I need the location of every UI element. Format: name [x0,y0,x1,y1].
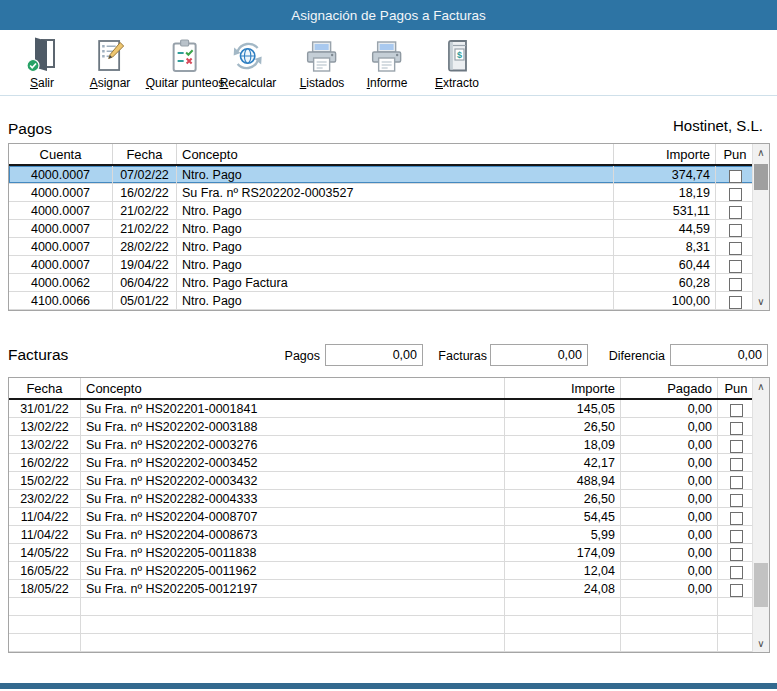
punteo-checkbox[interactable] [729,296,742,309]
punteo-checkbox[interactable] [730,440,743,453]
punteo-checkbox[interactable] [730,566,743,579]
toolbar-button-recalcular[interactable]: Recalcular [220,35,277,90]
pagos-row-importe: 60,44 [614,256,716,273]
facturas-row[interactable]: 14/05/22Su Fra. nº HS202205-0011838174,0… [9,544,754,562]
facturas-row-concepto [81,616,505,633]
pagos-row-pun-cell [716,220,754,237]
pagos-row-pun-cell [716,238,754,255]
pagos-row[interactable]: 4000.000728/02/22Ntro. Pago8,31 [9,238,754,256]
pagos-row[interactable]: 4100.006605/01/22Ntro. Pago100,00 [9,292,754,310]
punteo-checkbox[interactable] [730,494,743,507]
scrollbar-thumb[interactable] [754,164,768,190]
facturas-row-importe: 174,09 [505,544,621,561]
pagos-total-input[interactable] [325,344,423,366]
facturas-row-concepto: Su Fra. nº HS202282-0004333 [81,490,505,507]
pagos-scrollbar[interactable]: ∧ ∨ [752,144,769,310]
facturas-row-concepto [81,634,505,651]
facturas-row-fecha: 23/02/22 [9,490,81,507]
diferencia-input[interactable] [670,344,768,366]
facturas-row-fecha: 11/04/22 [9,508,81,525]
punteo-checkbox[interactable] [729,224,742,237]
punteo-checkbox[interactable] [730,404,743,417]
column-header-fecha: Fecha [9,378,81,398]
scroll-down-icon[interactable]: ∨ [753,635,769,652]
pagos-row[interactable]: 4000.000716/02/22Su Fra. nº RS202202-000… [9,184,754,202]
facturas-row-pagado [621,598,718,615]
facturas-row-pun-cell [718,490,754,507]
punteo-checkbox[interactable] [730,458,743,471]
punteo-checkbox[interactable] [730,548,743,561]
toolbar-button-asignar[interactable]: Asignar [90,35,131,90]
column-header-pun: Pun [716,144,754,164]
toolbar-button-informe[interactable]: Informe [367,35,408,90]
toolbar-button-extracto[interactable]: $Extracto [435,35,479,90]
facturas-section-title: Facturas [8,346,68,364]
toolbar-button-quitar-punteos[interactable]: Quitar punteos [146,35,225,90]
punteo-checkbox[interactable] [730,512,743,525]
facturas-row-pagado: 0,00 [621,562,718,579]
facturas-row[interactable] [9,634,754,652]
pagos-row-concepto: Ntro. Pago [177,202,614,219]
pagos-total-label: Pagos [250,349,320,363]
scroll-down-icon[interactable]: ∨ [753,293,769,310]
punteo-checkbox[interactable] [730,476,743,489]
punteo-checkbox[interactable] [730,422,743,435]
facturas-row[interactable]: 16/02/22Su Fra. nº HS202202-000345242,17… [9,454,754,472]
scroll-up-icon[interactable]: ∧ [753,144,769,161]
punteo-checkbox[interactable] [729,206,742,219]
window-title: Asignación de Pagos a Facturas [291,8,485,23]
facturas-row-importe: 488,94 [505,472,621,489]
facturas-row[interactable]: 18/05/22Su Fra. nº HS202205-001219724,08… [9,580,754,598]
punteo-checkbox[interactable] [729,278,742,291]
column-header-fecha: Fecha [113,144,177,164]
facturas-row[interactable]: 16/05/22Su Fra. nº HS202205-001196212,04… [9,562,754,580]
facturas-row[interactable]: 31/01/22Su Fra. nº HS202201-0001841145,0… [9,400,754,418]
facturas-row-importe: 145,05 [505,400,621,417]
pagos-row-concepto: Ntro. Pago [177,220,614,237]
punteo-checkbox[interactable] [729,170,742,183]
pagos-table-header: Cuenta Fecha Concepto Importe Pun [9,144,754,166]
facturas-row-fecha: 15/02/22 [9,472,81,489]
facturas-row-pagado: 0,00 [621,526,718,543]
punteo-checkbox[interactable] [729,188,742,201]
scroll-up-icon[interactable]: ∧ [753,378,769,395]
pagos-row[interactable]: 4000.000721/02/22Ntro. Pago44,59 [9,220,754,238]
facturas-row[interactable]: 13/02/22Su Fra. nº HS202202-000318826,50… [9,418,754,436]
scrollbar-thumb[interactable] [754,563,768,607]
facturas-row[interactable] [9,616,754,634]
pagos-row-importe: 374,74 [614,166,716,183]
toolbar-button-listados[interactable]: Listados [300,35,345,90]
punteo-checkbox[interactable] [730,530,743,543]
facturas-row[interactable] [9,598,754,616]
facturas-row-concepto: Su Fra. nº HS202202-0003188 [81,418,505,435]
punteo-checkbox[interactable] [730,584,743,597]
pagos-row[interactable]: 4000.006206/04/22Ntro. Pago Factura60,28 [9,274,754,292]
pagos-row[interactable]: 4000.000721/02/22Ntro. Pago531,11 [9,202,754,220]
facturas-row-concepto: Su Fra. nº HS202205-0011962 [81,562,505,579]
facturas-row-concepto: Su Fra. nº HS202204-0008673 [81,526,505,543]
pagos-row-cuenta: 4000.0007 [9,184,113,201]
facturas-row-fecha: 14/05/22 [9,544,81,561]
facturas-row[interactable]: 11/04/22Su Fra. nº HS202204-00086735,990… [9,526,754,544]
toolbar: Salir Asignar Quitar punteos Recalcular … [0,30,777,96]
facturas-row[interactable]: 13/02/22Su Fra. nº HS202202-000327618,09… [9,436,754,454]
facturas-row-fecha: 11/04/22 [9,526,81,543]
facturas-row[interactable]: 23/02/22Su Fra. nº HS202282-000433326,50… [9,490,754,508]
pagos-row-fecha: 05/01/22 [113,292,177,309]
pagos-row[interactable]: 4000.000707/02/22Ntro. Pago374,74 [9,166,754,184]
facturas-row-fecha [9,634,81,651]
clipboard-check-icon [170,35,200,73]
punteo-checkbox[interactable] [729,242,742,255]
facturas-row-pun-cell [718,598,754,615]
facturas-row[interactable]: 11/04/22Su Fra. nº HS202204-000870754,45… [9,508,754,526]
facturas-row[interactable]: 15/02/22Su Fra. nº HS202202-0003432488,9… [9,472,754,490]
pagos-row[interactable]: 4000.000719/04/22Ntro. Pago60,44 [9,256,754,274]
pagos-row-cuenta: 4000.0007 [9,256,113,273]
punteo-checkbox[interactable] [729,260,742,273]
facturas-total-input[interactable] [490,344,588,366]
toolbar-button-salir[interactable]: Salir [26,35,58,90]
column-header-importe: Importe [505,378,621,398]
pagos-row-fecha: 21/02/22 [113,202,177,219]
facturas-row-importe [505,634,621,651]
facturas-scrollbar[interactable]: ∧ ∨ [752,378,769,652]
